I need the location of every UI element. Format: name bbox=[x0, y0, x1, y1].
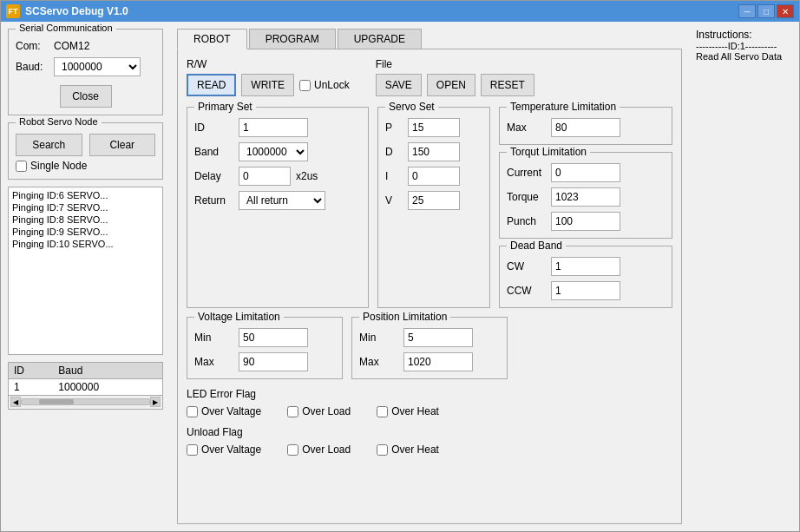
main-panel: ROBOT PROGRAM UPGRADE R/W READ bbox=[170, 22, 689, 531]
table-row: 1 1000000 bbox=[9, 378, 162, 395]
title-bar: FT SCServo Debug V1.0 ─ □ ✕ bbox=[1, 1, 799, 22]
file-buttons: SAVE OPEN RESET bbox=[376, 74, 534, 96]
servo-table: ID Baud 1 1000000 bbox=[8, 362, 163, 396]
led-over-voltage-item: Over Valtage bbox=[187, 405, 261, 417]
volt-max-row: Max bbox=[194, 352, 335, 371]
unload-over-load-item: Over Load bbox=[287, 443, 351, 456]
single-node-label: Single Node bbox=[30, 160, 87, 172]
servo-set-box: Servo Set P D I bbox=[377, 107, 490, 308]
primary-set-title: Primary Set bbox=[194, 101, 256, 113]
scroll-left-arrow[interactable]: ◀ bbox=[10, 397, 21, 407]
baud-row: Baud: 1000000 bbox=[16, 57, 155, 76]
p-input[interactable] bbox=[408, 118, 460, 137]
scroll-right-arrow[interactable]: ▶ bbox=[150, 397, 161, 407]
close-button[interactable]: Close bbox=[60, 85, 112, 108]
write-button[interactable]: WRITE bbox=[241, 74, 294, 96]
led-over-voltage-label: Over Valtage bbox=[201, 405, 261, 417]
unload-over-voltage-item: Over Valtage bbox=[187, 443, 261, 456]
return-select[interactable]: All return No return Read return bbox=[239, 191, 325, 210]
window-close-button[interactable]: ✕ bbox=[777, 4, 794, 18]
content-area: Serial Communication Com: COM12 Baud: 10… bbox=[1, 22, 799, 531]
maximize-button[interactable]: □ bbox=[757, 4, 775, 18]
ccw-input[interactable] bbox=[551, 281, 620, 300]
led-over-voltage-checkbox[interactable] bbox=[187, 406, 198, 417]
unload-over-heat-label: Over Heat bbox=[391, 443, 439, 456]
id-input[interactable]: 1 bbox=[239, 118, 308, 137]
left-panel: Serial Communication Com: COM12 Baud: 10… bbox=[1, 22, 170, 531]
search-button[interactable]: Search bbox=[16, 134, 82, 156]
torque-input[interactable] bbox=[551, 187, 620, 207]
serial-group-title: Serial Communication bbox=[16, 23, 116, 33]
pos-max-input[interactable] bbox=[403, 352, 473, 371]
com-label: Com: bbox=[16, 40, 49, 52]
horizontal-scrollbar[interactable]: ◀ ▶ bbox=[8, 396, 163, 410]
ccw-row: CCW bbox=[507, 281, 665, 300]
unload-over-voltage-checkbox[interactable] bbox=[187, 444, 198, 456]
d-input[interactable] bbox=[408, 142, 460, 161]
punch-label: Punch bbox=[507, 215, 546, 227]
main-window: FT SCServo Debug V1.0 ─ □ ✕ Serial Commu… bbox=[0, 0, 800, 532]
scrollbar-track[interactable] bbox=[21, 398, 150, 405]
window-title: SCServo Debug V1.0 bbox=[25, 5, 128, 17]
unload-over-load-label: Over Load bbox=[302, 443, 351, 456]
voltage-limit-title: Voltage Limitation bbox=[194, 311, 284, 323]
unload-over-heat-item: Over Heat bbox=[377, 443, 439, 456]
pos-min-input[interactable] bbox=[403, 328, 473, 347]
read-button[interactable]: READ bbox=[187, 74, 236, 96]
volt-min-label: Min bbox=[194, 332, 233, 344]
col-id: ID bbox=[9, 363, 53, 379]
pos-max-label: Max bbox=[359, 356, 398, 368]
tab-robot[interactable]: ROBOT bbox=[177, 29, 247, 49]
minimize-button[interactable]: ─ bbox=[738, 4, 756, 18]
servo-set-title: Servo Set bbox=[385, 101, 438, 113]
led-error-row: Over Valtage Over Load Over Heat bbox=[187, 405, 672, 417]
unload-over-voltage-label: Over Valtage bbox=[201, 443, 261, 456]
pos-min-label: Min bbox=[359, 332, 398, 344]
temp-max-row: Max bbox=[507, 118, 665, 137]
position-limit-title: Position Limitation bbox=[359, 311, 450, 323]
servo-table-area: ID Baud 1 1000000 ◀ bbox=[8, 362, 163, 525]
temp-limit-title: Temperature Limitation bbox=[507, 101, 620, 113]
delay-row: Delay x2us bbox=[194, 167, 361, 186]
ccw-label: CCW bbox=[507, 285, 546, 297]
dead-band-title: Dead Band bbox=[507, 240, 566, 252]
unload-flag-section: Unload Flag Over Valtage Over Load Ov bbox=[187, 426, 672, 456]
log-list: Pinging ID:6 SERVO... Pinging ID:7 SERVO… bbox=[8, 187, 163, 355]
reset-button[interactable]: RESET bbox=[481, 74, 534, 96]
open-button[interactable]: OPEN bbox=[427, 74, 475, 96]
led-over-heat-item: Over Heat bbox=[377, 405, 439, 417]
cw-label: CW bbox=[507, 260, 546, 273]
punch-input[interactable] bbox=[551, 212, 620, 231]
i-input[interactable] bbox=[408, 167, 460, 186]
led-over-heat-checkbox[interactable] bbox=[377, 406, 388, 417]
led-over-load-checkbox[interactable] bbox=[287, 406, 298, 417]
unlock-checkbox[interactable] bbox=[299, 80, 311, 91]
tab-program[interactable]: PROGRAM bbox=[249, 29, 336, 49]
voltage-position-row: Voltage Limitation Min Max Position Limi… bbox=[187, 317, 672, 379]
rw-file-row: R/W READ WRITE UnLock File bbox=[187, 58, 672, 96]
delay-input[interactable] bbox=[239, 167, 291, 186]
temp-max-input[interactable] bbox=[551, 118, 620, 137]
cw-input[interactable] bbox=[551, 257, 620, 276]
save-button[interactable]: SAVE bbox=[376, 74, 422, 96]
volt-min-row: Min bbox=[194, 328, 335, 347]
current-input[interactable] bbox=[551, 163, 620, 182]
tab-upgrade[interactable]: UPGRADE bbox=[338, 29, 422, 49]
clear-button[interactable]: Clear bbox=[89, 134, 156, 156]
unload-over-heat-checkbox[interactable] bbox=[377, 444, 388, 456]
row-baud: 1000000 bbox=[53, 378, 162, 395]
led-over-heat-label: Over Heat bbox=[391, 405, 439, 417]
rw-section: R/W READ WRITE UnLock bbox=[187, 58, 350, 96]
single-node-checkbox[interactable] bbox=[16, 161, 27, 172]
rw-label: R/W bbox=[187, 58, 350, 70]
scrollbar-thumb[interactable] bbox=[39, 399, 74, 404]
unload-over-load-checkbox[interactable] bbox=[287, 444, 298, 456]
baud-select[interactable]: 1000000 bbox=[54, 57, 141, 76]
v-input[interactable] bbox=[408, 191, 460, 210]
volt-max-input[interactable] bbox=[239, 352, 308, 371]
volt-min-input[interactable] bbox=[239, 328, 308, 347]
file-label: File bbox=[376, 58, 534, 70]
band-select[interactable]: 1000000 bbox=[239, 142, 308, 161]
return-label: Return bbox=[194, 194, 233, 207]
serial-communication-group: Serial Communication Com: COM12 Baud: 10… bbox=[8, 29, 163, 115]
